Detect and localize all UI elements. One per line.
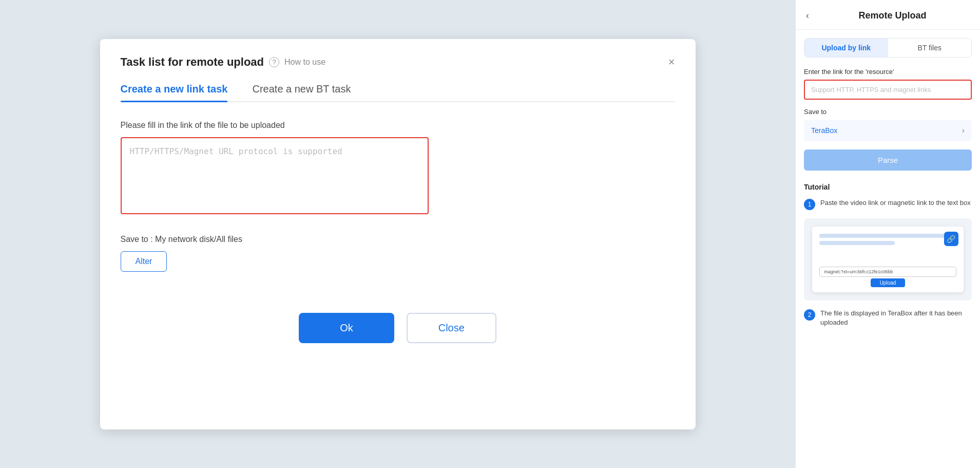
modal-overlay: Task list for remote upload ? How to use… (0, 0, 795, 468)
how-to-use-link[interactable]: How to use (284, 58, 325, 67)
step-2-text: The file is displayed in TeraBox after i… (820, 309, 972, 327)
modal-title-area: Task list for remote upload ? How to use (121, 55, 326, 69)
tutorial-img-bar1 (819, 234, 956, 238)
close-button[interactable]: Close (407, 313, 496, 343)
save-to-row[interactable]: TeraBox › (804, 120, 972, 141)
tutorial-section: Tutorial 1 Paste the video link or magne… (804, 183, 972, 327)
tutorial-img-bar2 (819, 241, 895, 245)
url-textarea[interactable] (121, 137, 429, 214)
sidebar-content: Enter the link for the 'resource' Save t… (796, 58, 980, 468)
sidebar-title: Remote Upload (815, 10, 970, 21)
tutorial-upload-btn: Upload (871, 278, 906, 287)
tutorial-image: 🔗 magnet:?xt=urn:btih:c12fe1c06bb Upload (804, 218, 972, 301)
link-input[interactable] (804, 80, 972, 100)
tutorial-link-text: magnet:?xt=urn:btih:c12fe1c06bb (824, 269, 893, 274)
sidebar-save-to-section: Save to TeraBox › (804, 108, 972, 141)
sidebar: ‹ Remote Upload Upload by link BT files … (795, 0, 980, 468)
url-section: Please fill in the link of the file to b… (121, 121, 675, 214)
tab-bt-task[interactable]: Create a new BT task (252, 83, 351, 101)
step-1-text: Paste the video link or magnetic link to… (820, 198, 971, 208)
sidebar-tab-link[interactable]: Upload by link (804, 39, 888, 57)
modal-title: Task list for remote upload (121, 55, 264, 69)
tutorial-step-2: 2 The file is displayed in TeraBox after… (804, 309, 972, 327)
step-1-number: 1 (804, 199, 815, 210)
modal-tabs: Create a new link task Create a new BT t… (121, 83, 675, 102)
modal-header: Task list for remote upload ? How to use… (121, 55, 675, 69)
chevron-right-icon: › (962, 126, 965, 135)
link-icon: 🔗 (944, 232, 958, 246)
tutorial-step-1: 1 Paste the video link or magnetic link … (804, 198, 972, 210)
step-2-number: 2 (804, 309, 815, 321)
link-field-label: Enter the link for the 'resource' (804, 68, 972, 76)
ok-button[interactable]: Ok (299, 313, 394, 343)
modal-footer: Ok Close (121, 313, 675, 343)
sidebar-save-to-label: Save to (804, 108, 972, 116)
tutorial-image-inner: 🔗 magnet:?xt=urn:btih:c12fe1c06bb Upload (812, 227, 963, 292)
alter-button[interactable]: Alter (121, 251, 167, 272)
modal-close-button[interactable]: × (668, 57, 675, 68)
back-arrow-icon[interactable]: ‹ (806, 10, 809, 21)
sidebar-tab-bt[interactable]: BT files (888, 39, 972, 57)
parse-button[interactable]: Parse (804, 149, 972, 171)
modal-dialog: Task list for remote upload ? How to use… (100, 39, 696, 429)
save-to-section: Save to : My network disk/All files Alte… (121, 235, 675, 272)
url-section-label: Please fill in the link of the file to b… (121, 121, 675, 130)
sidebar-header: ‹ Remote Upload (796, 0, 980, 30)
tab-link-task[interactable]: Create a new link task (121, 83, 228, 101)
help-icon[interactable]: ? (269, 57, 279, 67)
tutorial-title: Tutorial (804, 183, 972, 191)
save-to-label: Save to : My network disk/All files (121, 235, 675, 244)
save-to-name: TeraBox (811, 126, 837, 135)
tutorial-link-box: magnet:?xt=urn:btih:c12fe1c06bb (819, 267, 956, 277)
sidebar-tabs: Upload by link BT files (804, 38, 972, 58)
